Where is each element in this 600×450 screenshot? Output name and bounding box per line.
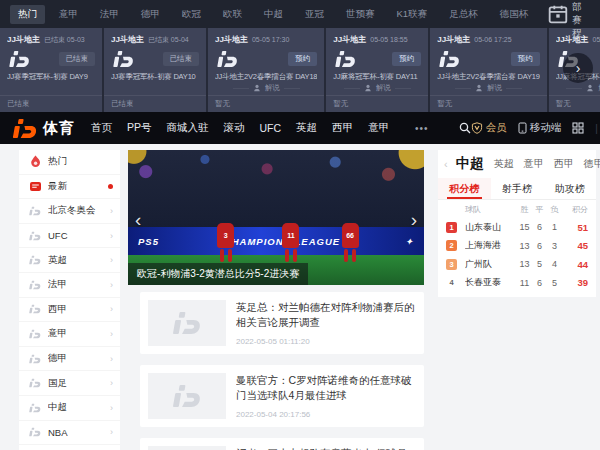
schedule-tab-3[interactable]: 德甲 xyxy=(133,5,168,24)
league-tab-0[interactable]: 中超 xyxy=(456,155,484,173)
schedule-tab-5[interactable]: 欧联 xyxy=(215,5,250,24)
sidebar-item-2[interactable]: 北京冬奥会 › xyxy=(19,199,120,224)
hero-caption[interactable]: 欧冠-利物浦3-2黄潜总比分5-2进决赛 xyxy=(128,263,308,285)
pp-sports-logo[interactable]: 体育 xyxy=(10,119,75,138)
schedule-tab-10[interactable]: 足总杯 xyxy=(441,5,486,24)
commentary-row[interactable]: 解说 xyxy=(437,83,539,93)
schedule-tab-1[interactable]: 意甲 xyxy=(51,5,86,24)
league-tab-3[interactable]: 西甲 xyxy=(554,157,574,171)
sidebar-item-6[interactable]: 西甲 › xyxy=(19,298,120,323)
commentary-row[interactable]: 解说 xyxy=(215,83,317,93)
pp-logo-icon xyxy=(28,352,42,366)
schedule-tab-4[interactable]: 欧冠 xyxy=(174,5,209,24)
player-figure-2: 66 xyxy=(341,222,359,262)
carousel-next-button[interactable]: › xyxy=(411,209,417,231)
search-button[interactable] xyxy=(459,122,471,134)
schedule-tab-11[interactable]: 德国杯 xyxy=(492,5,537,24)
news-card-1[interactable]: 曼联官方：C罗对阵诺维奇的任意球破门当选球队4月最佳进球 2022-05-04 … xyxy=(140,365,424,427)
standings-tab-1[interactable]: 射手榜 xyxy=(491,178,544,199)
all-schedule-button[interactable]: 全部赛程 xyxy=(548,0,590,40)
match-footer-status: 已结束 xyxy=(104,95,206,112)
points-value: 45 xyxy=(562,240,588,251)
chevron-right-icon: › xyxy=(110,231,113,241)
schedule-tab-9[interactable]: K1联赛 xyxy=(389,5,436,24)
wins-value: 15 xyxy=(517,222,532,232)
schedule-tab-7[interactable]: 亚冠 xyxy=(297,5,332,24)
nav-item-6[interactable]: 西甲 xyxy=(332,121,353,135)
match-title: JJ赛季冠军杯-初赛 DAY9 xyxy=(7,72,95,82)
match-footer-status: 暂无 xyxy=(430,95,546,112)
match-badge[interactable]: 预约 xyxy=(288,52,317,66)
news-card-0[interactable]: 英足总：对兰帕德在对阵利物浦赛后的相关言论展开调查 2022-05-05 01:… xyxy=(140,292,424,354)
match-badge[interactable]: 已结束 xyxy=(163,52,200,66)
nav-more-button[interactable]: ••• xyxy=(415,123,429,134)
new-indicator-dot xyxy=(108,184,113,189)
match-footer-status: 已结束 xyxy=(0,95,102,112)
match-card-0[interactable]: JJ斗地主 已结束 05-03 已结束 JJ赛季冠军杯-初赛 DAY9 解说 已… xyxy=(0,28,102,112)
nav-item-3[interactable]: 滚动 xyxy=(224,121,245,135)
match-card-3[interactable]: JJ斗地主 05-05 18:55 预约 JJ麻将冠军杯-初赛 DAY11 解说… xyxy=(326,28,428,112)
header-draws: 平 xyxy=(532,204,547,215)
carousel-prev-button[interactable]: ‹ xyxy=(135,209,141,231)
match-card-4[interactable]: JJ斗地主 05-06 17:25 预约 JJ斗地主2V2春季擂台赛 DAY19… xyxy=(430,28,546,112)
news-card-2[interactable]: 记者：三支中超队有意蒋光太 但球员选择留队 xyxy=(140,438,424,450)
schedule-tab-8[interactable]: 世预赛 xyxy=(338,5,383,24)
sidebar-item-8[interactable]: 德甲 › xyxy=(19,347,120,372)
chevron-right-icon: › xyxy=(110,255,113,265)
wins-value: 13 xyxy=(517,259,532,269)
nav-item-5[interactable]: 英超 xyxy=(296,121,317,135)
match-card-2[interactable]: JJ斗地主 05-05 17:30 预约 JJ斗地主2V2春季擂台赛 DAY18… xyxy=(208,28,324,112)
match-card-1[interactable]: JJ斗地主 已结束 05-04 已结束 JJ赛季冠军杯-初赛 DAY10 解说 … xyxy=(104,28,206,112)
chevron-right-icon: › xyxy=(110,354,113,364)
standings-tab-2[interactable]: 助攻榜 xyxy=(543,178,596,199)
cards-next-button[interactable]: › xyxy=(563,53,593,83)
sidebar-item-label: 英超 xyxy=(48,254,104,267)
sidebar-item-1[interactable]: 最新 › xyxy=(19,175,120,200)
nav-item-7[interactable]: 意甲 xyxy=(368,121,389,135)
pp-logo-icon xyxy=(28,425,42,439)
league-tab-1[interactable]: 英超 xyxy=(494,157,514,171)
league-prev-button[interactable]: ‹ xyxy=(444,158,448,170)
hero-carousel[interactable]: PS5 CHAMPIONS LEAGUE ✦ 3 11 xyxy=(128,150,424,285)
match-badge[interactable]: 预约 xyxy=(392,52,421,66)
standings-row-3[interactable]: 4 长春亚泰 11 6 5 39 xyxy=(438,274,596,293)
schedule-tab-6[interactable]: 中超 xyxy=(256,5,291,24)
team-name: 上海海港 xyxy=(465,239,517,252)
rank-badge: 1 xyxy=(446,222,457,233)
nav-item-0[interactable]: 首页 xyxy=(91,121,112,135)
sidebar-item-9[interactable]: 国足 › xyxy=(19,371,120,396)
vip-shield-icon xyxy=(471,122,483,134)
ad-board: PS5 CHAMPIONS LEAGUE ✦ xyxy=(128,227,424,255)
standings-row-1[interactable]: 2 上海海港 13 6 3 45 xyxy=(438,237,596,256)
sidebar-item-0[interactable]: 热门 › xyxy=(19,150,120,175)
sidebar-item-12[interactable]: CBA › xyxy=(19,445,120,450)
sidebar-item-3[interactable]: UFC › xyxy=(19,224,120,249)
commentary-row[interactable]: 解说 xyxy=(556,83,600,93)
standings-tab-0[interactable]: 积分榜 xyxy=(438,178,491,199)
match-card-header: JJ斗地主 已结束 05-03 xyxy=(7,34,95,45)
pp-logo-icon xyxy=(28,302,42,316)
sidebar-item-10[interactable]: 中超 › xyxy=(19,396,120,421)
nav-item-1[interactable]: PP号 xyxy=(127,121,152,135)
nav-item-2[interactable]: 商城入驻 xyxy=(167,121,209,135)
schedule-tab-0[interactable]: 热门 xyxy=(10,5,45,24)
pp-logo-icon xyxy=(28,278,42,292)
sidebar-item-4[interactable]: 英超 › xyxy=(19,248,120,273)
match-badge[interactable]: 已结束 xyxy=(59,52,96,66)
vip-button[interactable]: 会员 xyxy=(471,121,507,135)
sidebar-item-7[interactable]: 意甲 › xyxy=(19,322,120,347)
schedule-tab-2[interactable]: 法甲 xyxy=(92,5,127,24)
nav-item-4[interactable]: UFC xyxy=(260,122,282,134)
standings-row-2[interactable]: 3 广州队 13 5 4 44 xyxy=(438,255,596,274)
league-tab-2[interactable]: 意甲 xyxy=(524,157,544,171)
apps-grid-button[interactable] xyxy=(572,122,584,134)
match-footer-status: 暂无 xyxy=(326,95,428,112)
match-badge[interactable]: 预约 xyxy=(511,52,540,66)
mobile-app-button[interactable]: 移动端 xyxy=(518,121,562,135)
league-tab-4[interactable]: 德甲 xyxy=(584,157,600,171)
standings-row-0[interactable]: 1 山东泰山 15 6 1 51 xyxy=(438,218,596,237)
sidebar-item-11[interactable]: NBA › xyxy=(19,421,120,446)
sidebar-item-5[interactable]: 法甲 › xyxy=(19,273,120,298)
pp-logo-icon xyxy=(437,51,462,67)
commentary-row[interactable]: 解说 xyxy=(333,83,421,93)
